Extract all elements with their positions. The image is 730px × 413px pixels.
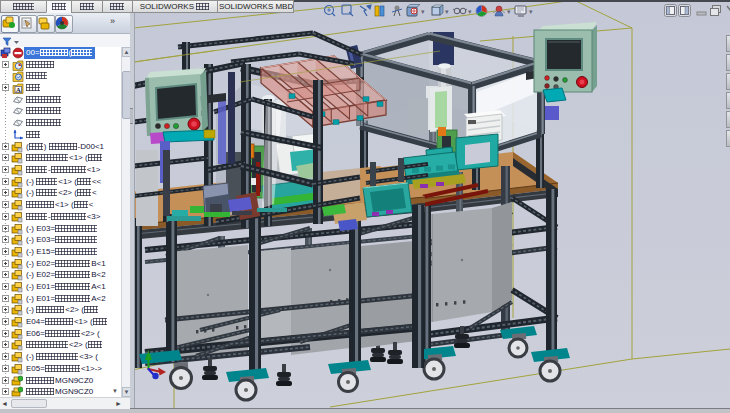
svg-text:▾: ▾: [468, 8, 472, 15]
svg-text:▾: ▾: [421, 8, 425, 15]
svg-text:▾: ▾: [529, 8, 533, 15]
svg-text:A: A: [16, 86, 21, 93]
svg-text:▾: ▾: [507, 8, 511, 15]
svg-text:▾: ▾: [445, 8, 449, 15]
